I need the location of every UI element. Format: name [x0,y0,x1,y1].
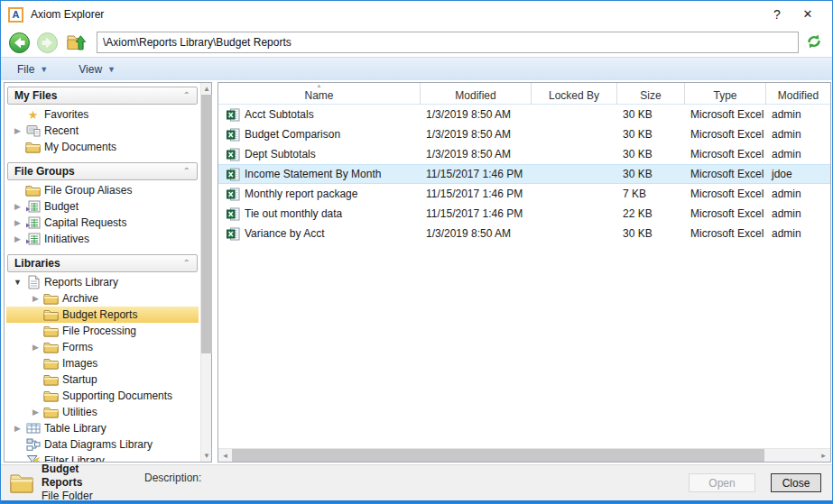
address-bar-input[interactable] [97,32,799,53]
column-header-size-3[interactable]: Size [617,83,685,105]
sidebar-item-data-diagrams-library[interactable]: Data Diagrams Library [6,436,199,453]
column-header-type-4[interactable]: Type [685,83,766,105]
cell-text: Monthly report package [245,188,357,200]
cell-text: Variance by Acct [245,227,325,240]
cell-text: Microsoft Excel [690,128,764,141]
file-row-monthly-report-package[interactable]: Monthly report package11/15/2017 1:46 PM… [218,184,830,204]
column-header-name-0[interactable]: ▲Name [218,83,421,105]
sidebar-item-file-processing[interactable]: File Processing [6,323,199,339]
scroll-right-arrow-icon[interactable]: ▸ [817,449,830,462]
file-row-income-statement-by-month[interactable]: Income Statement By Month11/15/2017 1:46… [218,164,830,184]
open-button[interactable]: Open [689,473,755,492]
column-header-label: Modified [778,89,819,102]
cell-size: 30 KB [617,227,685,240]
sidebar-item-startup[interactable]: Startup [6,371,199,388]
column-header-label: Modified [455,89,495,102]
file-row-budget-comparison[interactable]: Budget Comparison1/3/2019 8:50 AM30 KBMi… [218,124,830,144]
cell-type: Microsoft Excel [685,207,766,220]
window-close-button[interactable]: ✕ [792,5,823,24]
sidebar-item-file-group-aliases[interactable]: File Group Aliases [6,182,199,198]
tree-collapsed-icon[interactable]: ▶ [11,202,24,211]
up-one-level-button[interactable] [66,32,89,53]
refresh-icon[interactable] [805,32,825,52]
file-row-variance-by-acct[interactable]: Variance by Acct1/3/2019 8:50 AM30 KBMic… [218,224,830,243]
back-button[interactable] [8,32,31,54]
hscrollbar-thumb[interactable] [232,449,764,462]
filegroup-icon [24,216,42,229]
column-header-modified-5[interactable]: Modified [766,83,830,105]
cell-type: Microsoft Excel [685,168,766,180]
sidebar-item-my-documents[interactable]: My Documents [6,139,199,155]
sidebar-item-supporting-documents[interactable]: Supporting Documents [6,388,199,404]
excel-file-icon [227,188,240,201]
menu-view[interactable]: View▼ [69,60,125,78]
cell-text: Tie out monthly data [245,207,342,220]
sidebar-item-budget-reports[interactable]: Budget Reports [6,307,199,323]
cell-name: Variance by Acct [218,227,421,241]
sidebar-vertical-scrollbar[interactable]: ▲ ▼ [200,83,211,462]
horizontal-scrollbar[interactable]: ◂ ▸ [218,448,830,462]
cell-modified_by: admin [766,128,830,141]
chevron-down-icon: ▼ [40,65,48,74]
cell-text: 30 KB [623,108,653,121]
cell-modified: 11/15/2017 1:46 PM [421,168,532,180]
file-list-header: ▲NameModifiedLocked BySizeTypeModified [218,83,830,105]
column-header-locked-by-2[interactable]: Locked By [532,83,617,105]
sidebar-item-table-library[interactable]: ▶Table Library [6,420,199,436]
file-row-dept-subtotals[interactable]: Dept Subtotals1/3/2019 8:50 AM30 KBMicro… [218,144,830,164]
cell-text: 30 KB [623,148,653,160]
tree-collapsed-icon[interactable]: ▶ [29,408,42,417]
tree-collapsed-icon[interactable]: ▶ [11,218,24,227]
sidebar-item-label: Forms [60,341,96,353]
file-row-acct-subtotals[interactable]: Acct Subtotals1/3/2019 8:50 AM30 KBMicro… [218,105,830,124]
tree-collapsed-icon[interactable]: ▶ [11,126,24,135]
filterlib-icon [24,454,42,463]
section-header-file-groups[interactable]: File Groups⌃ [7,162,198,180]
sidebar-item-capital-requests[interactable]: ▶Capital Requests [6,215,199,231]
folder-icon [42,292,60,305]
scroll-down-arrow-icon[interactable]: ▼ [201,450,212,462]
section-header-my-files[interactable]: My Files⌃ [7,87,198,105]
sidebar-item-label: Budget [42,200,81,213]
sidebar-item-utilities[interactable]: ▶Utilities [6,404,199,420]
section-header-libraries[interactable]: Libraries⌃ [7,254,198,272]
cell-modified: 11/15/2017 1:46 PM [421,188,532,200]
tree-collapsed-icon[interactable]: ▶ [29,294,42,303]
recent-icon [24,124,42,137]
sidebar-item-reports-library[interactable]: ▼Reports Library [6,274,199,290]
sidebar-item-label: Data Diagrams Library [42,438,155,451]
cell-modified_by: jdoe [766,168,830,180]
close-button[interactable]: Close [771,473,821,492]
scroll-up-arrow-icon[interactable]: ▲ [201,83,212,95]
sidebar-item-forms[interactable]: ▶Forms [6,339,199,355]
tree-collapsed-icon[interactable]: ▶ [11,234,24,243]
collapse-chevron-icon[interactable]: ⌃ [183,91,190,100]
cell-size: 30 KB [617,128,685,141]
sidebar-item-favorites[interactable]: ★Favorites [6,106,199,123]
sidebar-item-recent[interactable]: ▶Recent [6,123,199,139]
help-button[interactable]: ? [762,5,792,24]
scrollbar-thumb[interactable] [201,95,212,353]
collapse-chevron-icon[interactable]: ⌃ [183,167,190,176]
cell-text: Budget Comparison [245,128,340,141]
sidebar-item-label: File Group Aliases [42,184,134,197]
scroll-left-arrow-icon[interactable]: ◂ [218,449,232,462]
sidebar-item-label: Supporting Documents [60,389,175,402]
sidebar-item-budget[interactable]: ▶Budget [6,198,199,215]
file-row-tie-out-monthly-data[interactable]: Tie out monthly data11/15/2017 1:46 PM22… [218,204,830,224]
sidebar-item-archive[interactable]: ▶Archive [6,290,199,307]
sidebar-item-images[interactable]: Images [6,355,199,371]
tree-expanded-icon[interactable]: ▼ [11,278,24,287]
tree-collapsed-icon[interactable]: ▶ [29,343,42,352]
section-title: File Groups [14,165,183,178]
column-header-modified-1[interactable]: Modified [421,83,532,105]
collapse-chevron-icon[interactable]: ⌃ [183,259,190,268]
window-title: Axiom Explorer [31,8,104,21]
sidebar-item-filter-library[interactable]: Filter Library [6,453,199,462]
tree-collapsed-icon[interactable]: ▶ [11,424,24,433]
menu-file[interactable]: File▼ [8,60,57,78]
forward-button[interactable] [36,32,59,54]
cell-modified: 1/3/2019 8:50 AM [421,108,532,121]
excel-file-icon [227,148,240,161]
sidebar-item-initiatives[interactable]: ▶Initiatives [6,231,199,247]
